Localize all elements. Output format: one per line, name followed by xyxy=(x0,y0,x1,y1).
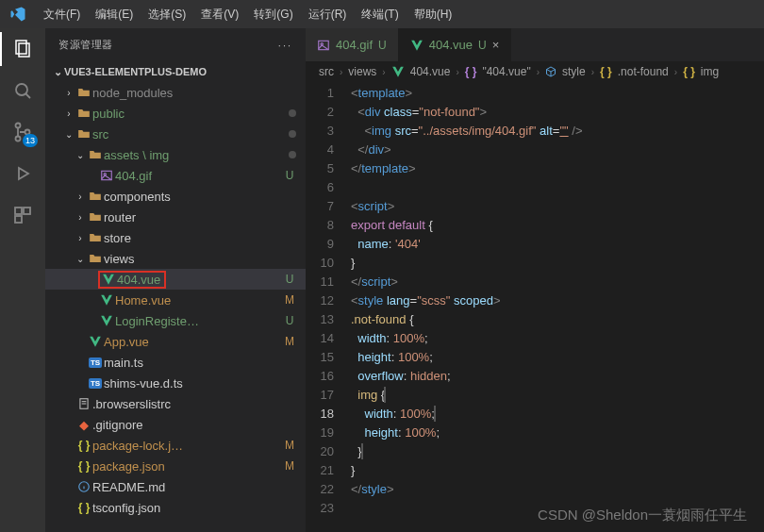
explorer-sidebar: 资源管理器 ··· ⌄VUE3-ELEMENTPLUS-DEMO ›node_m… xyxy=(45,28,306,532)
tree-row[interactable]: LoginRegister.vueU xyxy=(45,310,306,331)
tree-row[interactable]: ⌄views xyxy=(45,248,306,269)
svg-rect-8 xyxy=(15,208,22,214)
sidebar-more-icon[interactable]: ··· xyxy=(278,40,292,51)
editor-tab[interactable]: 404.gifU xyxy=(306,28,399,61)
tree-row[interactable]: ›store xyxy=(45,227,306,248)
tree-row[interactable]: { }package-lock.jsonM xyxy=(45,435,306,456)
json-icon: { } xyxy=(75,501,92,514)
folder-icon xyxy=(75,86,92,99)
folder-icon xyxy=(87,190,104,203)
folder-open-icon xyxy=(87,148,104,161)
scm-badge: 13 xyxy=(23,134,38,147)
source-control-icon[interactable]: 13 xyxy=(9,119,36,145)
svg-marker-7 xyxy=(19,168,28,179)
close-icon[interactable]: × xyxy=(492,38,500,52)
crumb[interactable]: views xyxy=(348,65,376,78)
crumb[interactable]: 404.vue xyxy=(410,65,451,78)
menu-item[interactable]: 运行(R) xyxy=(301,3,355,26)
tree-row[interactable]: ⌄src xyxy=(45,124,306,144)
crumb[interactable]: .not-found xyxy=(618,65,669,78)
json-icon: { } xyxy=(75,439,92,452)
tree-row[interactable]: ›node_modules xyxy=(45,82,306,103)
tree-row[interactable]: README.md xyxy=(45,476,306,497)
vscode-logo-icon xyxy=(9,6,26,23)
menu-item[interactable]: 帮助(H) xyxy=(407,3,460,26)
svg-line-3 xyxy=(26,94,31,99)
svg-point-2 xyxy=(16,84,27,95)
tree-row[interactable]: { }tsconfig.json xyxy=(45,497,306,518)
brace-y-icon: { } xyxy=(600,65,612,78)
folder-icon xyxy=(87,231,104,244)
info-icon xyxy=(75,480,92,493)
svg-rect-10 xyxy=(15,216,22,223)
file-tree: ›node_modules›public⌄src⌄assets \ img404… xyxy=(45,82,306,532)
svg-rect-1 xyxy=(19,43,29,57)
tree-row[interactable]: ◆.gitignore xyxy=(45,414,306,435)
crumb[interactable]: src xyxy=(319,65,334,78)
tree-row[interactable]: ›public xyxy=(45,103,306,124)
folder-open-icon xyxy=(87,252,104,265)
svg-rect-9 xyxy=(24,208,30,214)
cube-icon xyxy=(545,66,556,77)
tree-row[interactable]: 404.gifU xyxy=(45,165,306,186)
file-icon xyxy=(75,397,92,410)
explorer-icon[interactable] xyxy=(9,36,36,62)
activity-bar: 13 xyxy=(0,28,45,532)
menu-item[interactable]: 查看(V) xyxy=(193,3,246,26)
crumb[interactable]: "404.vue" xyxy=(482,65,530,78)
crumb[interactable]: style xyxy=(562,65,586,78)
crumb[interactable]: img xyxy=(701,65,719,78)
folder-icon xyxy=(87,210,104,224)
tree-row[interactable]: 404.vueU xyxy=(45,269,306,290)
search-icon[interactable] xyxy=(9,77,36,104)
tree-row[interactable]: .browserslistrc xyxy=(45,393,306,414)
debug-icon[interactable] xyxy=(9,160,36,187)
tree-row[interactable]: ›components xyxy=(45,186,306,207)
braces-icon: { } xyxy=(465,65,477,78)
editor-tab[interactable]: 404.vueU× xyxy=(399,28,512,61)
json-icon: { } xyxy=(75,459,92,473)
menu-item[interactable]: 转到(G) xyxy=(246,3,300,26)
code-editor[interactable]: 1234567891011121314151617181920212223 <t… xyxy=(306,82,764,532)
tree-row[interactable]: ›router xyxy=(45,207,306,227)
tab-bar: 404.gifU404.vueU× xyxy=(306,28,764,61)
vue-icon xyxy=(100,273,117,286)
menu-item[interactable]: 终端(T) xyxy=(354,3,406,26)
editor-pane: 404.gifU404.vueU× src›views›404.vue›{ }"… xyxy=(306,28,764,532)
tree-row[interactable]: Home.vueM xyxy=(45,290,306,310)
tree-row[interactable]: ⌄assets \ img xyxy=(45,144,306,165)
folder-open-icon xyxy=(75,127,92,141)
folder-icon xyxy=(75,107,92,120)
tree-row[interactable]: { }package.jsonM xyxy=(45,456,306,476)
menu-item[interactable]: 编辑(E) xyxy=(88,3,141,26)
vue-icon xyxy=(98,314,115,327)
tree-row[interactable]: TSmain.ts xyxy=(45,352,306,373)
vue-icon xyxy=(98,293,115,307)
vue-icon xyxy=(87,335,104,348)
image-icon xyxy=(98,169,115,182)
menu-item[interactable]: 文件(F) xyxy=(36,3,88,26)
code-lines[interactable]: <template> <div class="not-found"> <img … xyxy=(351,82,764,532)
ts-icon: TS xyxy=(87,357,104,368)
image-icon xyxy=(317,39,330,52)
vue-icon xyxy=(410,39,424,52)
breadcrumb[interactable]: src›views›404.vue›{ }"404.vue"›style›{ }… xyxy=(306,61,764,82)
brace-y-icon: { } xyxy=(683,65,695,78)
tree-row[interactable]: App.vueM xyxy=(45,331,306,352)
extensions-icon[interactable] xyxy=(9,202,36,228)
menu-bar: 文件(F)编辑(E)选择(S)查看(V)转到(G)运行(R)终端(T)帮助(H) xyxy=(0,0,764,28)
git-icon: ◆ xyxy=(75,418,92,432)
svg-point-5 xyxy=(16,137,21,141)
vue-icon xyxy=(391,65,405,78)
sidebar-section[interactable]: ⌄VUE3-ELEMENTPLUS-DEMO xyxy=(45,61,306,82)
ts-icon: TS xyxy=(87,378,104,389)
line-gutter: 1234567891011121314151617181920212223 xyxy=(306,82,351,532)
svg-point-4 xyxy=(16,124,21,128)
svg-rect-0 xyxy=(16,41,26,54)
tree-row[interactable]: TSshims-vue.d.ts xyxy=(45,373,306,393)
sidebar-title: 资源管理器 xyxy=(58,38,113,52)
menu-item[interactable]: 选择(S) xyxy=(141,3,193,26)
